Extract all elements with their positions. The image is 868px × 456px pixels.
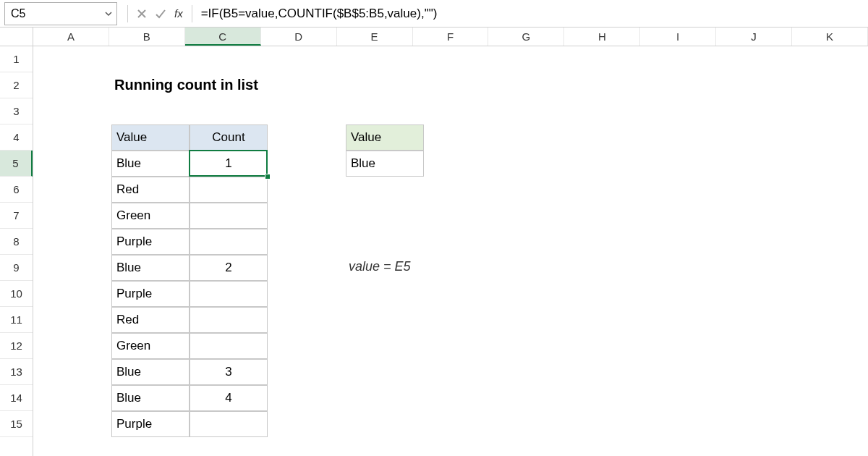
table-cell-count[interactable] (190, 229, 268, 255)
row-header-4[interactable]: 4 (0, 124, 33, 151)
named-range-note: value = E5 (349, 259, 411, 274)
table-cell-value[interactable]: Purple (111, 229, 190, 255)
row-header-7[interactable]: 7 (0, 203, 33, 229)
formula-input[interactable] (197, 3, 864, 25)
column-header-g[interactable]: G (488, 28, 564, 46)
table-cell-count[interactable] (190, 203, 268, 229)
cancel-icon[interactable] (132, 3, 151, 25)
row-header-3[interactable]: 3 (0, 98, 33, 124)
name-box[interactable] (4, 2, 117, 25)
table-cell-value[interactable]: Red (111, 307, 190, 333)
table-cell-count[interactable] (190, 411, 268, 437)
cell-ref-input[interactable] (11, 7, 111, 20)
table-cell-count[interactable] (190, 281, 268, 307)
row-header-15[interactable]: 15 (0, 411, 33, 437)
column-header-b[interactable]: B (109, 28, 185, 46)
row-headers: 123456789101112131415 (0, 28, 33, 456)
table-cell-count[interactable] (190, 333, 268, 359)
row-header-8[interactable]: 8 (0, 229, 33, 255)
column-header-f[interactable]: F (413, 28, 489, 46)
fill-handle[interactable] (265, 174, 271, 180)
row-header-1[interactable]: 1 (0, 46, 33, 72)
page-title: Running count in list (114, 77, 258, 93)
row-header-5[interactable]: 5 (0, 151, 33, 177)
select-all-corner[interactable] (0, 28, 33, 46)
column-header-j[interactable]: J (716, 28, 792, 46)
table-cell-value[interactable]: Red (111, 177, 190, 203)
table-cell-value[interactable]: Blue (111, 151, 190, 177)
table-cell-count[interactable]: 1 (190, 151, 268, 177)
row-header-9[interactable]: 9 (0, 255, 33, 281)
row-header-12[interactable]: 12 (0, 333, 33, 359)
table-cell-count[interactable]: 2 (190, 255, 268, 281)
table-cell-value[interactable]: Blue (111, 255, 190, 281)
row-header-11[interactable]: 11 (0, 307, 33, 333)
column-header-a[interactable]: A (33, 28, 109, 46)
column-header-d[interactable]: D (261, 28, 337, 46)
table-header-count[interactable]: Count (190, 124, 268, 151)
cells-area[interactable]: Running count in listValueCountBlue1RedG… (33, 46, 868, 456)
table-header-value[interactable]: Value (111, 124, 190, 151)
row-header-10[interactable]: 10 (0, 281, 33, 307)
divider (127, 5, 128, 22)
column-header-h[interactable]: H (564, 28, 640, 46)
table-cell-value[interactable]: Purple (111, 411, 190, 437)
formula-bar: fx (0, 0, 868, 28)
row-header-2[interactable]: 2 (0, 72, 33, 98)
row-header-14[interactable]: 14 (0, 385, 33, 411)
column-header-e[interactable]: E (337, 28, 413, 46)
table-cell-value[interactable]: Green (111, 203, 190, 229)
divider (192, 5, 192, 22)
column-header-i[interactable]: I (640, 28, 716, 46)
row-header-13[interactable]: 13 (0, 359, 33, 385)
lookup-header[interactable]: Value (346, 124, 424, 151)
enter-icon[interactable] (151, 3, 170, 25)
table-cell-value[interactable]: Green (111, 333, 190, 359)
table-cell-value[interactable]: Blue (111, 385, 190, 411)
row-header-6[interactable]: 6 (0, 177, 33, 203)
column-header-k[interactable]: K (792, 28, 868, 46)
table-cell-count[interactable]: 4 (190, 385, 268, 411)
table-cell-value[interactable]: Blue (111, 359, 190, 385)
spreadsheet-grid: ABCDEFGHIJK 123456789101112131415 Runnin… (0, 28, 868, 456)
table-cell-value[interactable]: Purple (111, 281, 190, 307)
chevron-down-icon[interactable] (105, 7, 112, 20)
column-headers: ABCDEFGHIJK (33, 28, 868, 46)
table-cell-count[interactable]: 3 (190, 359, 268, 385)
table-cell-count[interactable] (190, 307, 268, 333)
lookup-value[interactable]: Blue (346, 151, 424, 177)
table-cell-count[interactable] (190, 177, 268, 203)
fx-icon[interactable]: fx (174, 7, 183, 20)
column-header-c[interactable]: C (185, 28, 261, 46)
